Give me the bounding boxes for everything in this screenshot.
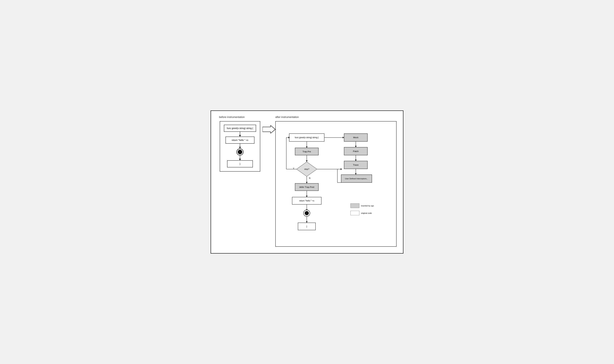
svg-text:Trace: Trace bbox=[353, 164, 358, 166]
svg-marker-4 bbox=[306, 146, 308, 148]
after-border: func greet(s string) string { Trap.Pre s… bbox=[275, 121, 397, 247]
svg-text:return "hello " +s: return "hello " +s bbox=[299, 199, 314, 202]
svg-marker-0 bbox=[263, 125, 275, 133]
arrow-before-2 bbox=[240, 144, 240, 148]
svg-rect-53 bbox=[350, 204, 359, 208]
svg-marker-38 bbox=[355, 146, 357, 147]
before-node1: func greet(s string) string { bbox=[224, 125, 256, 132]
svg-point-28 bbox=[305, 211, 309, 215]
svg-marker-50 bbox=[341, 168, 342, 170]
svg-rect-55 bbox=[350, 211, 359, 215]
svg-text:Patch: Patch bbox=[353, 150, 359, 153]
svg-marker-34 bbox=[343, 137, 344, 138]
diagram-layout: before instrumentation func greet(s stri… bbox=[217, 116, 397, 247]
svg-marker-42 bbox=[355, 159, 357, 161]
before-end-circle bbox=[237, 148, 243, 156]
before-node3: } bbox=[227, 160, 253, 167]
before-node2: return "hello " +s bbox=[225, 137, 254, 144]
svg-text:func greet(s string) string {: func greet(s string) string { bbox=[295, 136, 319, 139]
left-side: before instrumentation func greet(s stri… bbox=[217, 116, 263, 171]
svg-text:stop?: stop? bbox=[304, 168, 309, 170]
svg-text:original code: original code bbox=[361, 212, 372, 214]
arrow-before-1 bbox=[240, 132, 240, 137]
transition-arrow bbox=[263, 125, 275, 133]
svg-marker-8 bbox=[306, 160, 308, 162]
svg-text:Mock: Mock bbox=[353, 136, 358, 139]
arrow-before-3 bbox=[240, 156, 240, 160]
arrow-svg bbox=[263, 125, 275, 133]
svg-marker-46 bbox=[355, 173, 357, 175]
svg-marker-30 bbox=[306, 221, 308, 223]
svg-marker-18 bbox=[306, 182, 308, 183]
before-box: func greet(s string) string { return "he… bbox=[220, 121, 260, 171]
svg-text:Trap.Pre: Trap.Pre bbox=[303, 150, 311, 153]
svg-text:}: } bbox=[306, 225, 307, 228]
outer-container: before instrumentation func greet(s stri… bbox=[210, 110, 404, 254]
after-flow-svg: func greet(s string) string { Trap.Pre s… bbox=[280, 125, 391, 241]
svg-text:inserted by xgo: inserted by xgo bbox=[361, 205, 374, 207]
before-end-circle-inner bbox=[238, 150, 242, 154]
before-label: before instrumentation bbox=[219, 116, 245, 119]
after-label: after instrumentation bbox=[275, 116, 299, 119]
svg-marker-22 bbox=[306, 196, 308, 197]
right-side: after instrumentation func greet(s strin… bbox=[275, 116, 397, 247]
svg-text:N: N bbox=[309, 177, 310, 179]
svg-text:defer Trap.Post: defer Trap.Post bbox=[299, 186, 314, 188]
svg-text:User Defined Interceptors...: User Defined Interceptors... bbox=[345, 178, 368, 180]
